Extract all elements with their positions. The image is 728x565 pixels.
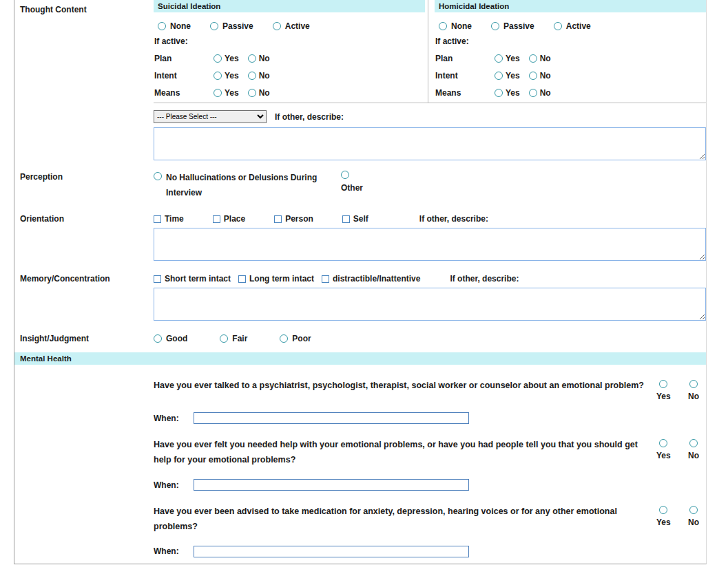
checkbox-icon[interactable] [213, 215, 220, 223]
answer-no[interactable]: No [688, 380, 699, 401]
radio-icon[interactable] [659, 506, 667, 514]
answer-yes[interactable]: Yes [656, 439, 671, 460]
radio-icon[interactable] [214, 72, 222, 80]
orientation-row: Orientation Time Place Person Self If ot… [14, 209, 706, 261]
answer-no[interactable]: No [688, 506, 699, 527]
radio-icon[interactable] [341, 171, 349, 179]
answer-yes[interactable]: Yes [656, 380, 671, 401]
suicidal-none-option[interactable]: None [158, 21, 191, 31]
option-label: Long term intact [249, 274, 314, 284]
radio-icon[interactable] [529, 72, 537, 80]
checkbox-icon[interactable] [154, 275, 161, 283]
yes-label: Yes [225, 71, 239, 81]
insight-poor-option[interactable]: Poor [280, 334, 311, 343]
if-other-describe-label: If other, describe: [419, 214, 488, 224]
no-label: No [540, 54, 551, 63]
orientation-time-option[interactable]: Time [154, 214, 184, 224]
option-label: None [451, 21, 472, 31]
option-label: Self [353, 214, 368, 224]
homicidal-means-no[interactable]: No [529, 88, 551, 98]
radio-icon[interactable] [214, 54, 222, 63]
radio-icon[interactable] [248, 72, 256, 80]
yes-label: Yes [506, 54, 520, 63]
radio-icon[interactable] [491, 22, 499, 30]
perception-other-option[interactable]: Other [341, 170, 363, 200]
insight-options: Good Fair Poor [154, 334, 706, 343]
radio-icon[interactable] [495, 89, 503, 97]
long-term-intact-option[interactable]: Long term intact [238, 274, 314, 284]
checkbox-icon[interactable] [238, 275, 246, 283]
suicidal-severity-options: None Passive Active [158, 21, 425, 31]
radio-icon[interactable] [689, 380, 698, 388]
suicidal-plan-yes[interactable]: Yes [214, 54, 239, 63]
radio-icon[interactable] [210, 22, 218, 30]
radio-icon[interactable] [529, 54, 537, 63]
checkbox-icon[interactable] [274, 215, 282, 223]
suicidal-passive-option[interactable]: Passive [210, 21, 253, 31]
orientation-self-option[interactable]: Self [342, 214, 368, 224]
orientation-describe-textarea[interactable] [154, 228, 706, 261]
radio-icon[interactable] [280, 334, 288, 343]
orientation-person-option[interactable]: Person [274, 214, 313, 224]
checkbox-icon[interactable] [322, 275, 329, 283]
option-label: distractible/Inattentive [333, 274, 420, 284]
intent-label: Intent [435, 71, 495, 81]
radio-icon[interactable] [554, 22, 562, 30]
radio-icon[interactable] [248, 54, 256, 63]
radio-icon[interactable] [659, 439, 667, 447]
answer-yes[interactable]: Yes [656, 506, 671, 527]
memory-describe-textarea[interactable] [154, 288, 706, 321]
radio-icon[interactable] [495, 54, 503, 63]
homicidal-passive-option[interactable]: Passive [491, 21, 534, 31]
checkbox-icon[interactable] [154, 215, 161, 223]
insight-good-option[interactable]: Good [154, 334, 187, 343]
homicidal-plan-no[interactable]: No [529, 54, 551, 63]
homicidal-ideation-panel: Homicidal Ideation None Passive Active I… [428, 0, 706, 103]
radio-icon[interactable] [529, 89, 537, 97]
homicidal-intent-no[interactable]: No [529, 71, 551, 81]
suicidal-means-yes[interactable]: Yes [214, 88, 239, 98]
no-label: No [259, 54, 270, 63]
homicidal-intent-yes[interactable]: Yes [495, 71, 520, 81]
when-input[interactable] [194, 479, 469, 491]
suicidal-means-no[interactable]: No [248, 88, 270, 98]
suicidal-plan-no[interactable]: No [248, 54, 270, 63]
homicidal-active-option[interactable]: Active [554, 21, 591, 31]
radio-icon[interactable] [495, 72, 503, 80]
homicidal-plan-yes[interactable]: Yes [495, 54, 520, 63]
homicidal-means-yes[interactable]: Yes [495, 88, 520, 98]
homicidal-none-option[interactable]: None [439, 21, 472, 31]
other-label: Other [341, 183, 363, 193]
insight-fair-option[interactable]: Fair [220, 334, 247, 343]
when-label: When: [154, 546, 194, 556]
suicidal-active-option[interactable]: Active [273, 21, 310, 31]
suicidal-intent-no[interactable]: No [248, 71, 270, 81]
suicidal-intent-yes[interactable]: Yes [214, 71, 239, 81]
intent-label: Intent [154, 71, 214, 81]
radio-icon[interactable] [248, 89, 256, 97]
no-hallucinations-option[interactable]: No Hallucinations or Delusions During In… [154, 170, 331, 200]
question-row: Have you ever been advised to take medic… [154, 504, 706, 535]
radio-icon[interactable] [154, 334, 162, 343]
orientation-options: Time Place Person Self If other, describ… [154, 209, 706, 224]
radio-icon[interactable] [158, 22, 166, 30]
when-input[interactable] [194, 412, 469, 424]
when-label: When: [154, 414, 194, 423]
checkbox-icon[interactable] [342, 215, 350, 223]
radio-icon[interactable] [273, 22, 281, 30]
radio-icon[interactable] [214, 89, 222, 97]
radio-icon[interactable] [689, 506, 698, 514]
short-term-intact-option[interactable]: Short term intact [154, 274, 231, 284]
orientation-place-option[interactable]: Place [213, 214, 245, 224]
ideation-select[interactable]: --- Please Select --- [154, 110, 267, 123]
radio-icon[interactable] [220, 334, 228, 343]
radio-icon[interactable] [659, 380, 667, 388]
radio-icon[interactable] [439, 22, 447, 30]
answer-no[interactable]: No [688, 439, 699, 460]
thought-content-describe-textarea[interactable] [154, 127, 706, 160]
radio-icon[interactable] [689, 439, 698, 447]
radio-icon[interactable] [154, 172, 162, 180]
distractible-option[interactable]: distractible/Inattentive [322, 274, 420, 284]
when-input[interactable] [194, 546, 469, 557]
yes-label: Yes [506, 71, 520, 81]
